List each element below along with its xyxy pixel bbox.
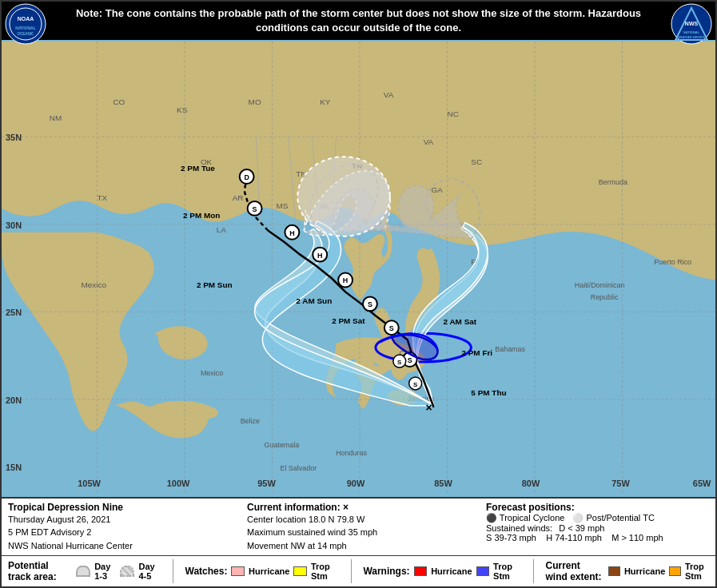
svg-text:2 PM Sat: 2 PM Sat [332, 317, 365, 326]
svg-text:S: S [253, 205, 257, 213]
divider3 [533, 559, 534, 583]
svg-text:CO: CO [113, 98, 125, 107]
svg-text:S: S [413, 381, 417, 388]
svg-text:Bermuda: Bermuda [599, 178, 627, 186]
wind-hurricane-swatch [608, 566, 620, 576]
info-panel: Tropical Depression Nine Thursday August… [2, 497, 715, 587]
storm-date: Thursday August 26, 2021 [8, 513, 231, 526]
forecast-title: Forecast positions: [486, 502, 709, 513]
warnings-title: Warnings: [363, 566, 409, 577]
svg-text:15N: 15N [6, 463, 22, 473]
svg-text:NATIONAL: NATIONAL [683, 30, 700, 34]
svg-text:Guatemala: Guatemala [265, 441, 300, 449]
svg-text:El Salvador: El Salvador [280, 465, 317, 473]
svg-text:H: H [289, 229, 294, 237]
svg-text:105W: 105W [78, 479, 101, 489]
svg-text:80W: 80W [522, 479, 540, 489]
svg-text:Republic: Republic [591, 294, 619, 302]
watch-hurricane-label: Hurricane [249, 566, 289, 576]
storm-info-col: Tropical Depression Nine Thursday August… [8, 502, 231, 553]
current-info-title: Current information: × [247, 502, 470, 513]
svg-text:65W: 65W [693, 479, 711, 489]
svg-text:S: S [368, 301, 372, 309]
svg-text:NATIONAL: NATIONAL [15, 26, 35, 30]
warn-hurricane-swatch [414, 566, 428, 576]
noaa-logo: NOAA NATIONAL OCEANIC [5, 3, 46, 45]
warnings-section: Warnings: Hurricane Trop Stm [363, 562, 520, 581]
svg-text:OCEANIC: OCEANIC [18, 32, 35, 36]
map-svg: 35N 30N 25N 20N 15N 105W 100W 95W 90W 85… [2, 40, 715, 496]
svg-text:30N: 30N [6, 220, 22, 230]
watch-trop-swatch [293, 566, 307, 576]
svg-text:Honduras: Honduras [336, 449, 367, 457]
watch-trop-label: Trop Stm [311, 562, 339, 581]
svg-text:2 PM Sun: 2 PM Sun [197, 281, 233, 290]
svg-text:Mexico: Mexico [201, 369, 223, 377]
wind-trop-label: Trop Stm [685, 562, 709, 581]
storm-advisory: 5 PM EDT Advisory 2 [8, 526, 231, 539]
svg-text:5 PM Thu: 5 PM Thu [471, 388, 506, 397]
track-area-title: Potential track area: [8, 560, 72, 582]
svg-text:NWS: NWS [685, 21, 699, 26]
current-location: Center location 18.0 N 79.8 W [247, 513, 470, 526]
svg-text:2 PM Tue: 2 PM Tue [181, 164, 215, 173]
wind-title: Current wind extent: [546, 560, 605, 582]
forecast-ranges: S 39-73 mph H 74-110 mph M > 110 mph [486, 533, 709, 542]
svg-text:75W: 75W [611, 479, 630, 489]
svg-text:S: S [397, 359, 401, 366]
svg-text:LA: LA [217, 225, 227, 234]
divider1 [173, 559, 173, 583]
svg-text:95W: 95W [257, 479, 276, 489]
svg-text:90W: 90W [347, 479, 365, 489]
svg-point-72 [297, 157, 389, 237]
svg-text:AR: AR [233, 193, 244, 202]
day45-label: Day 4-5 [138, 562, 160, 581]
svg-text:2 PM Fri: 2 PM Fri [461, 348, 492, 357]
forecast-winds: Sustained winds: D < 39 mph [486, 523, 709, 533]
svg-text:SC: SC [471, 158, 482, 167]
wind-trop-swatch [669, 566, 681, 576]
svg-text:Haiti/Dominican: Haiti/Dominican [575, 282, 625, 290]
nws-logo: NWS NATIONAL WEATHER SERVICE [671, 3, 712, 45]
svg-text:VA: VA [384, 90, 394, 99]
current-info-col: Current information: × Center location 1… [247, 502, 470, 553]
cone-day45 [120, 566, 134, 577]
svg-text:2 AM Sat: 2 AM Sat [444, 318, 477, 327]
svg-text:2 PM Mon: 2 PM Mon [183, 211, 220, 220]
notice-bar: NOAA NATIONAL OCEANIC NWS NATIONAL WEATH… [2, 2, 715, 40]
notice-text: Note: The cone contains the probable pat… [76, 7, 641, 34]
divider2 [351, 559, 352, 583]
svg-text:NM: NM [50, 114, 62, 123]
svg-text:MS: MS [276, 201, 288, 210]
svg-text:KY: KY [320, 98, 331, 107]
svg-text:WEATHER SERVICE: WEATHER SERVICE [678, 36, 705, 39]
svg-text:100W: 100W [167, 479, 190, 489]
storm-name: Tropical Depression Nine [8, 502, 231, 513]
svg-text:VA: VA [424, 138, 434, 147]
watch-hurricane-swatch [231, 566, 245, 576]
svg-text:S: S [389, 325, 394, 333]
svg-text:NC: NC [448, 110, 459, 119]
info-row1: Tropical Depression Nine Thursday August… [2, 499, 715, 557]
watches-title: Watches: [185, 566, 228, 577]
svg-text:Belize: Belize [241, 417, 260, 425]
warn-trop-label: Trop Stm [493, 562, 521, 581]
storm-center: NWS National Hurricane Center [8, 539, 231, 553]
svg-text:85W: 85W [434, 479, 452, 489]
svg-text:S: S [408, 356, 412, 364]
svg-text:20N: 20N [6, 395, 22, 405]
svg-text:25N: 25N [6, 308, 22, 318]
svg-text:TX: TX [97, 193, 107, 202]
current-movement: Movement NW at 14 mph [247, 539, 470, 553]
svg-text:Puerto Rico: Puerto Rico [654, 258, 691, 266]
svg-text:MO: MO [249, 98, 261, 107]
forecast-col: Forecast positions: ⚫ Tropical Cyclone ⚪… [486, 502, 709, 542]
svg-text:NOAA: NOAA [18, 16, 34, 22]
day13-label: Day 1-3 [94, 562, 116, 581]
svg-text:KS: KS [177, 106, 188, 115]
wind-hurricane-label: Hurricane [624, 566, 665, 576]
warn-hurricane-label: Hurricane [431, 566, 472, 576]
legend-row: Potential track area: Day 1-3 Day 4-5 Wa… [2, 556, 715, 586]
warn-trop-swatch [476, 566, 490, 576]
forecast-legend: ⚫ Tropical Cyclone ⚪ Post/Potential TC [486, 513, 709, 523]
